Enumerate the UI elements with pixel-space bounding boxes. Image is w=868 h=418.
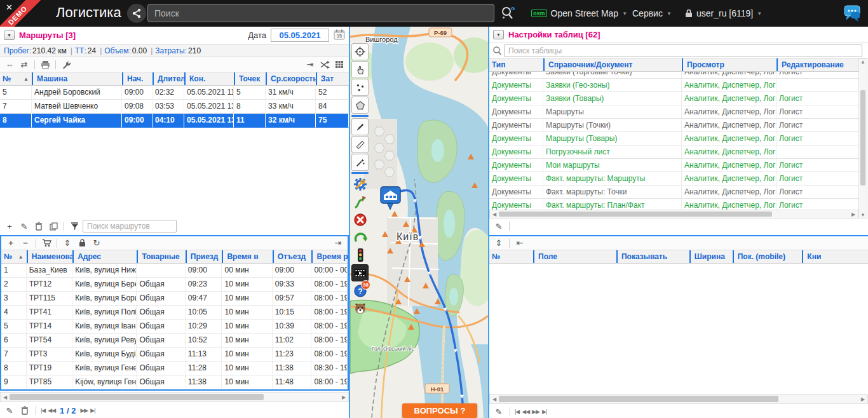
search-button[interactable]: G + — [501, 0, 515, 27]
table-row[interactable]: ДокументыФакт. маршруты: План/ФактАналит… — [489, 199, 859, 210]
collapse-panel-button[interactable]: ▼ — [493, 30, 504, 39]
route-search-input[interactable] — [83, 220, 177, 233]
last-page-icon[interactable]: ▶| — [542, 408, 546, 415]
column-header[interactable]: № — [489, 250, 533, 263]
pet-button[interactable] — [351, 300, 369, 317]
lock-button[interactable] — [76, 237, 88, 250]
column-header[interactable]: Кон. — [184, 72, 234, 85]
table-row[interactable]: 2ТРТ12Київ, вулиця БерезОбщая09:2310 мин… — [1, 278, 348, 292]
scrollbar-thumb[interactable] — [10, 394, 264, 400]
playback-button[interactable] — [351, 264, 369, 281]
next-page-icon[interactable]: ▶▶ — [80, 407, 88, 414]
horizontal-scrollbar[interactable]: ◀ ▶ — [489, 210, 858, 219]
build-route-button[interactable] — [351, 193, 369, 210]
column-header[interactable]: Отъезд — [273, 250, 312, 263]
reorder-icon[interactable]: ⇕ — [61, 237, 74, 250]
table-search-input[interactable] — [504, 44, 862, 57]
table-row[interactable]: ДокументыЗаявки (Товары)Аналитик, Диспет… — [489, 92, 859, 105]
scroll-left-icon[interactable]: ◀ — [490, 212, 499, 217]
horizontal-scrollbar[interactable]: ◀ ▶ — [0, 392, 349, 402]
share-button[interactable] — [127, 4, 146, 23]
edit-icon[interactable]: ✎ — [492, 405, 505, 418]
close-icon[interactable]: ✕ — [6, 3, 13, 12]
traffic-button[interactable] — [351, 246, 369, 264]
vertical-scrollbar[interactable]: ▲ ▼ — [858, 58, 867, 219]
column-header[interactable]: Ср.скорость — [266, 72, 316, 85]
table-row[interactable]: ДокументыФакт. маршруты: ТочкиАналитик, … — [489, 185, 859, 199]
table-row[interactable]: 5Андрей Боровский09:0002:3205.05.2021 11… — [0, 86, 349, 100]
column-header[interactable]: Редактирование — [776, 58, 859, 71]
table-row[interactable]: 1База_КиевКиїв, вулиця Нижнь09:0000 мин0… — [1, 264, 348, 278]
column-header[interactable]: Зат — [316, 72, 349, 85]
user-dropdown[interactable]: user_ru [6119] ▼ — [685, 0, 762, 27]
pin-left-icon[interactable]: ⇥ — [513, 237, 526, 250]
delete-route-button[interactable] — [32, 220, 45, 233]
swap-columns-icon[interactable]: ⇄ — [18, 58, 31, 71]
table-row[interactable]: ДокументыМаршруты (Товары)Аналитик, Дисп… — [489, 132, 859, 145]
column-header[interactable]: Время р — [311, 250, 348, 263]
search-input[interactable] — [147, 4, 494, 22]
grid-view-button[interactable] — [333, 58, 346, 71]
table-row[interactable]: 5ТРТ14Київ, вулиця ІванаОбщая10:2910 мин… — [1, 320, 348, 334]
scroll-left-icon[interactable]: ◀ — [1, 394, 10, 400]
map-container[interactable]: Р-69 Н-01 Вишгород Київ Голосіївський лі… — [349, 27, 489, 418]
last-page-icon[interactable]: ▶| — [90, 407, 95, 414]
refresh-icon[interactable]: ↻ — [90, 237, 103, 250]
scroll-right-icon[interactable]: ▶ — [339, 394, 348, 400]
column-header[interactable]: Пок. (mobile) — [733, 250, 803, 263]
scroll-right-icon[interactable]: ▶ — [849, 212, 858, 217]
print-button[interactable] — [39, 58, 51, 71]
expand-columns-icon[interactable]: ⇔ — [3, 58, 16, 71]
column-header[interactable]: Товарные — [137, 250, 185, 263]
pin-right-icon[interactable]: ⇥ — [304, 58, 316, 71]
table-row[interactable]: 4ТРТ41Київ, вулиця ПолісОбщая10:0510 мин… — [1, 306, 348, 320]
scroll-right-icon[interactable]: ▶ — [858, 396, 867, 402]
column-header[interactable]: Машина — [32, 72, 122, 85]
column-header[interactable]: Справочник/Документ — [543, 58, 682, 71]
magic-wand-button[interactable] — [351, 154, 369, 171]
column-header[interactable]: Приезд — [186, 250, 222, 263]
first-page-icon[interactable]: |◀ — [515, 408, 519, 415]
table-row[interactable]: 7Матвей Шевченко09:0803:5305.05.2021 13:… — [0, 100, 349, 114]
select-hand-button[interactable] — [351, 61, 369, 78]
table-row[interactable]: 3ТРТ115Київ, вулиця БорисОбщая09:4710 ми… — [1, 292, 348, 306]
chat-button[interactable] — [842, 0, 861, 27]
scrollbar-thumb[interactable] — [499, 212, 772, 217]
reorder-icon[interactable]: ⇕ — [492, 237, 505, 250]
column-header[interactable]: Нач. — [122, 72, 153, 85]
horizontal-scrollbar[interactable]: ◀ ▶ — [489, 394, 868, 404]
column-header[interactable]: Просмотр — [682, 58, 776, 71]
ruler-button[interactable] — [351, 136, 369, 153]
map-provider-dropdown[interactable]: osm Open Street Map ▼ — [531, 0, 627, 27]
prev-page-icon[interactable]: ◀◀ — [522, 408, 529, 415]
column-header[interactable]: Точек — [234, 72, 266, 85]
pin-right-icon[interactable]: ⇥ — [332, 237, 344, 250]
column-header[interactable]: Тип — [489, 58, 543, 71]
table-row[interactable]: 7ТРТ3Київ, вулиця БудівеОбщая11:1310 мин… — [1, 347, 348, 361]
table-row[interactable]: ДокументыЗаявки (Торговые точки)Аналитик… — [489, 72, 859, 79]
scroll-left-icon[interactable]: ◀ — [490, 396, 499, 402]
edit-route-icon[interactable]: ✎ — [18, 220, 31, 233]
scroll-down-icon[interactable]: ▼ — [858, 212, 867, 218]
column-header[interactable]: Показывать — [616, 250, 689, 263]
table-row[interactable]: 9ТРТ85Kijów, вулиця ГенерОбщая11:3810 ми… — [1, 375, 348, 389]
calendar-button[interactable]: 15 — [334, 29, 345, 43]
column-header[interactable]: Поле — [533, 250, 616, 263]
filter-button[interactable] — [68, 220, 81, 233]
service-dropdown[interactable]: Сервис ▼ — [632, 0, 672, 27]
remove-point-icon[interactable]: − — [19, 237, 32, 250]
settings-button[interactable] — [60, 58, 72, 71]
shuffle-button[interactable] — [318, 58, 331, 71]
edit-icon[interactable]: ✎ — [492, 220, 505, 233]
table-row[interactable]: ДокументыМаршрутыАналитик, Диспетчер, Ло… — [489, 105, 859, 119]
map-canvas[interactable]: Р-69 Н-01 Вишгород Київ Голосіївський лі… — [350, 27, 488, 418]
select-points-button[interactable] — [351, 79, 369, 96]
scrollbar-thumb[interactable] — [499, 396, 778, 402]
cart-button[interactable] — [40, 237, 53, 250]
table-row[interactable]: ДокументыМои маршрутыАналитик, Диспетчер… — [489, 159, 859, 172]
date-input[interactable] — [271, 29, 329, 42]
next-page-icon[interactable]: ▶▶ — [532, 408, 539, 415]
scrollbar-thumb[interactable] — [860, 90, 865, 185]
delete-route-button[interactable] — [351, 211, 369, 228]
questions-button[interactable]: ВОПРОСЫ ? — [402, 403, 477, 418]
